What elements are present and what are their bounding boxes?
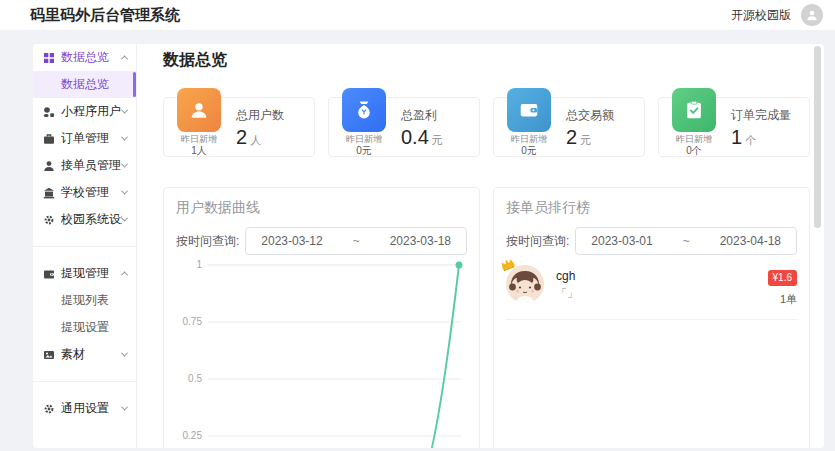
chevron-down-icon <box>121 107 128 114</box>
sidebar-item-label: 提现管理 <box>61 265 109 282</box>
start-date[interactable]: 2023-03-12 <box>261 234 322 248</box>
sidebar-item-withdraw[interactable]: 提现管理 <box>33 260 136 287</box>
end-date[interactable]: 2023-04-18 <box>720 234 781 248</box>
sidebar-item-label: 数据总览 <box>61 49 109 66</box>
sidebar-item-campus-settings[interactable]: 校园系统设置 <box>33 206 136 233</box>
sidebar-item-schools[interactable]: 学校管理 <box>33 179 136 206</box>
sidebar-item-order-takers[interactable]: 接单员管理 <box>33 152 136 179</box>
sidebar-item-label: 订单管理 <box>61 130 109 147</box>
user-icon <box>805 8 819 22</box>
stat-card-total-transactions: 昨日新增 0元 总交易额 2元 <box>493 97 645 157</box>
chart-line <box>208 265 459 448</box>
sidebar-divider <box>33 246 136 247</box>
order-count: 1单 <box>768 292 797 307</box>
sidebar-item-general-settings[interactable]: 通用设置 <box>33 395 136 422</box>
total-users-icon <box>177 88 221 132</box>
sidebar-divider <box>33 381 136 382</box>
chevron-down-icon <box>121 188 128 195</box>
sidebar-item-label: 小程序用户 <box>61 103 121 120</box>
query-label: 按时间查询: <box>176 233 239 250</box>
dashboard-icon <box>43 52 56 64</box>
chevron-down-icon <box>121 161 128 168</box>
sidebar-subitem-label: 提现列表 <box>61 292 109 309</box>
stat-label: 总用户数 <box>236 107 284 124</box>
end-date[interactable]: 2023-03-18 <box>390 234 451 248</box>
sidebar-subitem-data-overview[interactable]: 数据总览 <box>33 71 136 98</box>
start-date[interactable]: 2023-03-01 <box>591 234 652 248</box>
stat-card-orders-done: 昨日新增 0个 订单完成量 1个 <box>658 97 810 157</box>
user-avatar[interactable] <box>801 4 823 26</box>
panels-row: 用户数据曲线 按时间查询: 2023-03-12 ~ 2023-03-18 <box>163 187 810 448</box>
sidebar-item-material[interactable]: 素材 <box>33 341 136 368</box>
sidebar-item-data-overview[interactable]: 数据总览 <box>33 44 136 71</box>
stat-unit: 元 <box>580 134 591 146</box>
chart-endpoint-dot <box>456 262 463 269</box>
sidebar-subitem-withdraw-list[interactable]: 提现列表 <box>33 287 136 314</box>
sidebar-item-label: 通用设置 <box>61 400 109 417</box>
page-title: 数据总览 <box>163 52 810 68</box>
stat-card-total-users: 昨日新增 1人 总用户数 2人 <box>163 97 315 157</box>
stat-label: 订单完成量 <box>731 107 791 124</box>
sidebar-item-orders[interactable]: 订单管理 <box>33 125 136 152</box>
order-taker-icon <box>43 160 56 172</box>
sidebar-item-miniapp-users[interactable]: 小程序用户 <box>33 98 136 125</box>
sidebar-subitem-withdraw-settings[interactable]: 提现设置 <box>33 314 136 341</box>
date-range-picker[interactable]: 2023-03-12 ~ 2023-03-18 <box>245 227 467 255</box>
delta-value: 0个 <box>669 146 719 156</box>
panel-title: 用户数据曲线 <box>176 199 467 217</box>
user-chart-panel: 用户数据曲线 按时间查询: 2023-03-12 ~ 2023-03-18 <box>163 187 480 448</box>
y-tick-025: 0.25 <box>183 430 203 441</box>
stat-unit: 个 <box>745 134 756 146</box>
content-area: 数据总览 昨日新增 1人 总用户数 2人 <box>137 44 824 448</box>
chevron-down-icon <box>121 350 128 357</box>
y-tick-075: 0.75 <box>183 316 203 327</box>
rank-avatar <box>506 265 544 303</box>
stat-card-total-profit: 昨日新增 0元 总盈利 0.4元 <box>328 97 480 157</box>
y-tick-05: 0.5 <box>188 373 202 384</box>
withdraw-icon <box>43 268 56 280</box>
delta-label: 昨日新增 <box>174 135 224 144</box>
stat-value: 1 <box>731 126 742 148</box>
stat-unit: 元 <box>432 134 443 146</box>
chevron-down-icon <box>121 404 128 411</box>
date-range-separator: ~ <box>683 234 690 248</box>
stat-value: 0.4 <box>401 126 429 148</box>
app-title: 码里码外后台管理系统 <box>30 6 180 25</box>
campus-settings-icon <box>43 214 56 226</box>
chevron-down-icon <box>121 134 128 141</box>
chevron-down-icon <box>121 215 128 222</box>
stat-unit: 人 <box>250 134 261 146</box>
top-header: 码里码外后台管理系统 开源校园版 <box>0 0 835 30</box>
delta-value: 1人 <box>174 146 224 156</box>
delta-value: 0元 <box>339 146 389 156</box>
sidebar-item-label: 校园系统设置 <box>61 211 122 228</box>
stat-value: 2 <box>236 126 247 148</box>
stat-cards-row: 昨日新增 1人 总用户数 2人 昨日新增 0元 总盈利 <box>163 97 810 157</box>
material-icon <box>43 349 56 361</box>
date-range-picker[interactable]: 2023-03-01 ~ 2023-04-18 <box>575 227 797 255</box>
delta-value: 0元 <box>504 146 554 156</box>
ranking-panel: 接单员排行榜 按时间查询: 2023-03-01 ~ 2023-04-18 <box>493 187 810 448</box>
delta-label: 昨日新增 <box>504 135 554 144</box>
sidebar-item-label: 素材 <box>61 346 85 363</box>
profit-moneybag-icon <box>342 88 386 132</box>
date-range-separator: ~ <box>353 234 360 248</box>
chart-gridlines: 1 0.75 0.5 0.25 <box>183 259 461 441</box>
delta-label: 昨日新增 <box>339 135 389 144</box>
y-tick-1: 1 <box>196 259 202 270</box>
query-label: 按时间查询: <box>506 233 569 250</box>
sidebar-item-label: 接单员管理 <box>61 157 121 174</box>
stat-label: 总盈利 <box>401 107 443 124</box>
sidebar-subitem-label: 数据总览 <box>61 76 109 93</box>
sidebar-subitem-label: 提现设置 <box>61 319 109 336</box>
stat-value: 2 <box>566 126 577 148</box>
ranking-list-item[interactable]: cgh 「」 ¥1.6 1单 <box>506 265 797 320</box>
scrollbar-thumb[interactable] <box>814 46 821 228</box>
line-chart: 1 0.75 0.5 0.25 <box>176 258 467 448</box>
chevron-up-icon <box>121 55 128 62</box>
chevron-up-icon <box>121 271 128 278</box>
delta-label: 昨日新增 <box>669 135 719 144</box>
stat-label: 总交易额 <box>566 107 614 124</box>
main-container: 数据总览 数据总览 小程序用户 订单管理 接单员管理 <box>33 44 824 448</box>
sidebar-item-label: 学校管理 <box>61 184 109 201</box>
